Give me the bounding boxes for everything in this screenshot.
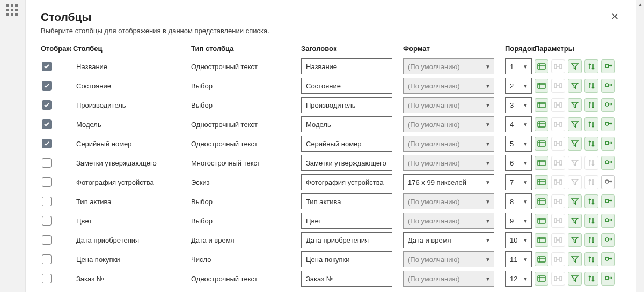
param-split-icon bbox=[551, 59, 565, 73]
header-input[interactable] bbox=[301, 232, 392, 248]
display-checkbox[interactable] bbox=[42, 274, 52, 283]
param-card-icon[interactable] bbox=[535, 252, 548, 266]
chevron-down-icon: ▼ bbox=[523, 237, 528, 243]
param-sort-icon[interactable] bbox=[584, 79, 598, 93]
param-filter-icon[interactable] bbox=[568, 59, 582, 73]
svg-rect-15 bbox=[538, 160, 545, 166]
app-launcher-icon[interactable] bbox=[6, 4, 19, 17]
format-select[interactable]: Дата и время▼ bbox=[403, 232, 494, 248]
header-input[interactable] bbox=[301, 78, 392, 94]
param-link-icon[interactable] bbox=[601, 117, 615, 131]
param-link-icon[interactable] bbox=[601, 156, 615, 170]
param-card-icon[interactable] bbox=[535, 59, 548, 73]
order-select[interactable]: 4▼ bbox=[505, 116, 532, 132]
param-sort-icon[interactable] bbox=[584, 59, 598, 73]
svg-rect-25 bbox=[554, 219, 557, 223]
param-filter-icon[interactable] bbox=[568, 214, 582, 228]
param-link-icon[interactable] bbox=[601, 194, 615, 208]
order-select[interactable]: 7▼ bbox=[505, 174, 532, 190]
display-checkbox[interactable] bbox=[42, 100, 52, 110]
order-select[interactable]: 11▼ bbox=[505, 251, 532, 267]
param-sort-icon[interactable] bbox=[584, 272, 598, 286]
display-checkbox[interactable] bbox=[42, 158, 52, 168]
param-filter-icon[interactable] bbox=[568, 233, 582, 247]
param-filter-icon[interactable] bbox=[568, 194, 582, 208]
order-select[interactable]: 10▼ bbox=[505, 232, 532, 248]
param-filter-icon[interactable] bbox=[568, 252, 582, 266]
param-card-icon[interactable] bbox=[535, 175, 548, 189]
order-select[interactable]: 9▼ bbox=[505, 213, 532, 229]
display-checkbox[interactable] bbox=[42, 177, 52, 187]
param-card-icon[interactable] bbox=[535, 79, 548, 93]
display-checkbox[interactable] bbox=[42, 254, 52, 264]
display-checkbox[interactable] bbox=[42, 62, 52, 71]
param-card-icon[interactable] bbox=[535, 137, 548, 151]
param-sort-icon[interactable] bbox=[584, 194, 598, 208]
header-input[interactable] bbox=[301, 116, 392, 132]
param-sort-icon[interactable] bbox=[584, 137, 598, 151]
param-filter-icon[interactable] bbox=[568, 98, 582, 112]
vertical-scrollbar[interactable]: ▲ bbox=[636, 0, 644, 292]
header-input[interactable] bbox=[301, 213, 392, 229]
order-select[interactable]: 5▼ bbox=[505, 136, 532, 152]
param-card-icon[interactable] bbox=[535, 272, 548, 286]
display-checkbox[interactable] bbox=[42, 235, 52, 245]
order-select[interactable]: 1▼ bbox=[505, 58, 532, 74]
svg-rect-1 bbox=[554, 64, 557, 69]
order-select[interactable]: 8▼ bbox=[505, 193, 532, 209]
header-input[interactable] bbox=[301, 136, 392, 152]
param-link-icon[interactable] bbox=[601, 175, 615, 189]
param-filter-icon[interactable] bbox=[568, 272, 582, 286]
order-select[interactable]: 3▼ bbox=[505, 97, 532, 113]
display-checkbox[interactable] bbox=[42, 119, 52, 129]
display-checkbox[interactable] bbox=[42, 139, 52, 148]
header-input[interactable] bbox=[301, 271, 392, 287]
param-link-icon[interactable] bbox=[601, 59, 615, 73]
display-checkbox[interactable] bbox=[42, 197, 52, 206]
chevron-down-icon: ▼ bbox=[485, 160, 491, 166]
format-select: (По умолчанию)▼ bbox=[403, 193, 494, 209]
format-select[interactable]: 176 x 99 пикселей▼ bbox=[403, 174, 494, 190]
param-filter-icon[interactable] bbox=[568, 137, 582, 151]
header-input[interactable] bbox=[301, 193, 392, 209]
header-input[interactable] bbox=[301, 97, 392, 113]
param-link-icon[interactable] bbox=[601, 252, 615, 266]
param-sort-icon[interactable] bbox=[584, 98, 598, 112]
param-card-icon[interactable] bbox=[535, 98, 548, 112]
param-card-icon[interactable] bbox=[535, 194, 548, 208]
format-select-value: (По умолчанию) bbox=[408, 140, 460, 148]
close-icon[interactable]: ✕ bbox=[609, 11, 621, 23]
order-select[interactable]: 12▼ bbox=[505, 271, 532, 287]
col-header-params: Параметры bbox=[535, 44, 626, 53]
display-checkbox[interactable] bbox=[42, 81, 52, 91]
header-input[interactable] bbox=[301, 251, 392, 267]
header-input[interactable] bbox=[301, 174, 392, 190]
scroll-up-icon[interactable]: ▲ bbox=[636, 0, 644, 9]
header-input[interactable] bbox=[301, 155, 392, 171]
param-filter-icon[interactable] bbox=[568, 117, 582, 131]
param-card-icon[interactable] bbox=[535, 156, 548, 170]
format-select: (По умолчанию)▼ bbox=[403, 213, 494, 229]
order-select[interactable]: 6▼ bbox=[505, 155, 532, 171]
param-card-icon[interactable] bbox=[535, 117, 548, 131]
format-select: (По умолчанию)▼ bbox=[403, 271, 494, 287]
chevron-down-icon: ▼ bbox=[485, 276, 491, 282]
param-link-icon[interactable] bbox=[601, 98, 615, 112]
display-checkbox[interactable] bbox=[42, 216, 52, 226]
param-sort-icon[interactable] bbox=[584, 233, 598, 247]
header-input[interactable] bbox=[301, 58, 392, 74]
param-link-icon[interactable] bbox=[601, 79, 615, 93]
param-sort-icon[interactable] bbox=[584, 252, 598, 266]
param-link-icon[interactable] bbox=[601, 137, 615, 151]
param-card-icon[interactable] bbox=[535, 233, 548, 247]
param-link-icon[interactable] bbox=[601, 214, 615, 228]
param-link-icon[interactable] bbox=[601, 272, 615, 286]
order-select[interactable]: 2▼ bbox=[505, 78, 532, 94]
param-sort-icon[interactable] bbox=[584, 117, 598, 131]
column-type: Число bbox=[191, 256, 301, 264]
param-filter-icon[interactable] bbox=[568, 79, 582, 93]
param-sort-icon[interactable] bbox=[584, 214, 598, 228]
param-link-icon[interactable] bbox=[601, 233, 615, 247]
param-card-icon[interactable] bbox=[535, 214, 548, 228]
column-type: Однострочный текст bbox=[191, 63, 301, 71]
